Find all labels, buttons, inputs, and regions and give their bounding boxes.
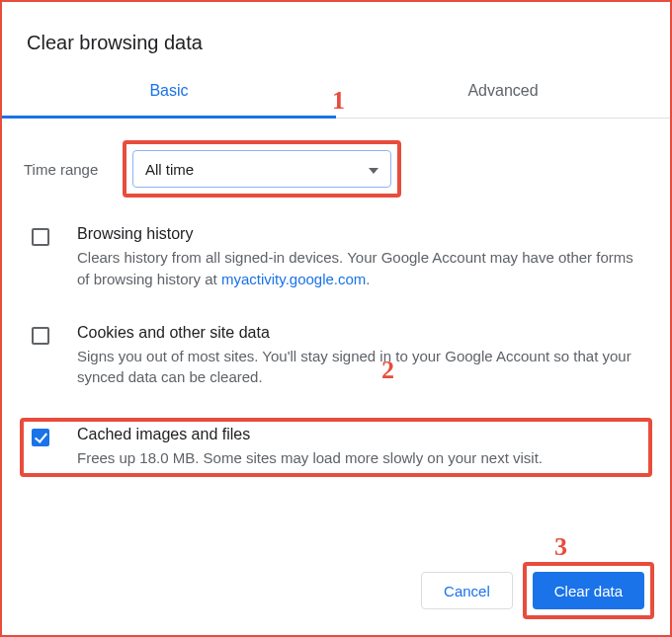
chevron-down-icon — [369, 160, 378, 178]
option-browsing-history: Browsing history Clears history from all… — [24, 221, 648, 294]
option-desc: Clears history from all signed-in device… — [77, 247, 640, 290]
option-desc: Signs you out of most sites. You'll stay… — [77, 346, 640, 389]
annotation-box-1: All time — [123, 140, 401, 198]
time-range-value: All time — [145, 161, 194, 178]
clear-data-button[interactable]: Clear data — [533, 572, 644, 609]
option-cookies: Cookies and other site data Signs you ou… — [24, 320, 648, 393]
option-desc: Frees up 18.0 MB. Some sites may load mo… — [77, 447, 543, 469]
option-title: Cookies and other site data — [77, 324, 640, 342]
option-cached: Cached images and files Frees up 18.0 MB… — [20, 418, 652, 477]
checkbox-cookies[interactable] — [32, 327, 49, 345]
option-title: Browsing history — [77, 225, 640, 243]
checkbox-cached[interactable] — [32, 429, 49, 446]
tab-basic[interactable]: Basic — [2, 82, 336, 119]
tab-advanced[interactable]: Advanced — [336, 82, 670, 118]
time-range-select[interactable]: All time — [132, 150, 391, 188]
dialog-title: Clear browsing data — [2, 2, 670, 54]
annotation-number-3: 3 — [554, 532, 567, 562]
time-range-label: Time range — [24, 161, 123, 178]
option-title: Cached images and files — [77, 426, 543, 443]
cancel-button[interactable]: Cancel — [421, 572, 513, 609]
annotation-box-3: Clear data — [523, 562, 654, 619]
option-desc-text: . — [366, 271, 370, 287]
tabs: Basic Advanced — [2, 82, 670, 119]
myactivity-link[interactable]: myactivity.google.com — [221, 271, 366, 287]
checkbox-browsing-history[interactable] — [32, 228, 49, 246]
